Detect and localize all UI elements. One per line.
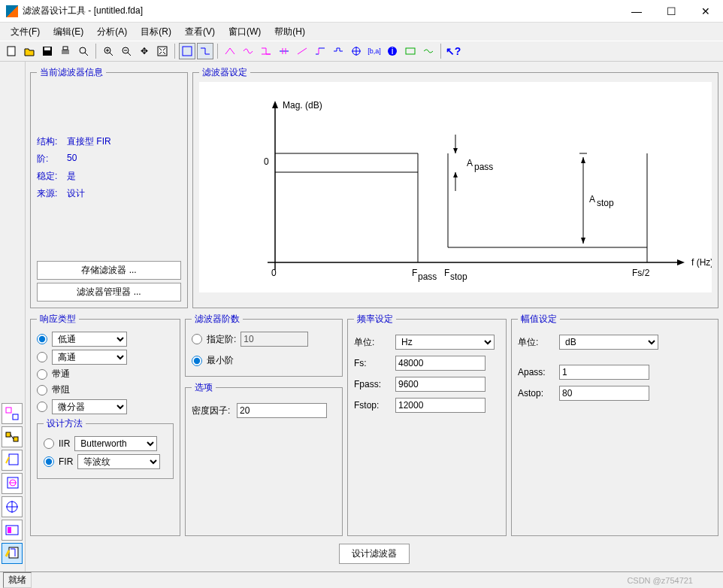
lt-btn5-icon[interactable] [2,496,23,517]
analysis6-icon[interactable] [312,43,328,59]
menu-file[interactable]: 文件(F) [5,24,46,40]
density-label: 密度因子: [192,405,237,417]
mag-unit-label: 单位: [518,336,559,349]
mag-unit-select[interactable]: dB [559,335,658,350]
struct-value: 直接型 FIR [67,135,111,148]
menu-analyze[interactable]: 分析(A) [91,24,133,40]
open-icon[interactable] [21,43,38,59]
astop-input[interactable] [559,386,649,401]
window-title: 滤波器设计工具 - [untitled.fda] [23,5,619,17]
diff-select[interactable]: 微分器 [52,399,127,414]
mag-panel: 幅值设定 单位:dB Apass: Astop: [511,313,718,536]
astop-label: Astop: [518,388,559,399]
radio-fir[interactable] [44,456,54,467]
design-filter-button[interactable]: 设计滤波器 [339,544,410,564]
lt-btn6-icon[interactable] [2,520,23,541]
lt-btn4-icon[interactable] [2,473,23,494]
analysis4-icon[interactable] [276,43,292,59]
lt-btn2-icon[interactable] [2,426,23,447]
radio-highpass[interactable] [37,352,47,362]
filter-manager-button[interactable]: 滤波器管理器 ... [37,283,181,302]
polezero-icon[interactable] [348,43,365,59]
lt-btn7-icon[interactable] [2,543,23,564]
density-input[interactable] [237,403,327,418]
zoomout-icon[interactable] [118,43,135,59]
radio-bandpass[interactable] [37,369,47,380]
analysis9-icon[interactable] [420,43,437,59]
analysis1-icon[interactable] [222,43,238,59]
fit-icon[interactable] [154,43,171,59]
save-icon[interactable] [39,43,56,59]
options-panel: 选项 密度因子: [185,381,343,536]
filter-info-panel: 当前滤波器信息 结构:直接型 FIR 阶:50 稳定:是 来源:设计 存储滤波器… [30,66,188,308]
maximize-button[interactable]: ☐ [654,0,688,23]
svg-rect-29 [13,414,18,420]
analysis8-icon[interactable] [402,43,419,59]
bandpass-label: 带通 [52,368,70,380]
specify-order-label: 指定阶: [207,333,236,346]
new-icon[interactable] [3,43,20,59]
lowpass-select[interactable]: 低通 [52,332,127,347]
filter-order-panel: 滤波器阶数 指定阶: 最小阶 [185,313,343,377]
analysis3-icon[interactable] [258,43,274,59]
radio-min-order[interactable] [192,356,202,366]
spec-title: 滤波器设定 [199,66,250,79]
radio-diff[interactable] [37,402,47,412]
analysis5-icon[interactable] [294,43,310,59]
radio-iir[interactable] [44,438,54,449]
svg-text:A: A [467,158,473,168]
spec-icon[interactable] [179,43,195,59]
menu-view[interactable]: 查看(V) [179,24,221,40]
preview-icon[interactable] [75,43,92,59]
menu-target[interactable]: 目标(R) [135,24,177,40]
minimize-button[interactable]: — [619,0,654,23]
svg-rect-15 [183,47,192,56]
print-icon[interactable] [57,43,74,59]
iir-select[interactable]: Butterworth [74,436,157,451]
fstop-input[interactable] [395,398,486,413]
source-label: 来源: [37,187,67,200]
svg-rect-14 [158,47,167,56]
radio-bandstop[interactable] [37,385,47,396]
svg-rect-41 [8,527,11,533]
menubar: 文件(F) 编辑(E) 分析(A) 目标(R) 查看(V) 窗口(W) 帮助(H… [0,23,723,41]
menu-edit[interactable]: 编辑(E) [47,24,89,40]
analysis2-icon[interactable] [240,43,256,59]
app-icon [6,5,18,17]
lt-btn3-icon[interactable] [2,450,23,471]
menu-help[interactable]: 帮助(H) [268,24,311,40]
radio-lowpass[interactable] [37,334,47,344]
help-icon[interactable]: ↖? [445,43,461,59]
radio-specify-order[interactable] [192,334,202,344]
spec-panel: 滤波器设定 Mag. (dB) f (Hz) 0 0 [192,66,718,308]
fs-input[interactable] [395,356,486,371]
svg-marker-47 [677,259,685,265]
fir-label: FIR [59,456,73,467]
fpass-input[interactable] [395,377,486,392]
zoomin-icon[interactable] [100,43,116,59]
store-filter-button[interactable]: 存储滤波器 ... [37,261,181,280]
analysis7-icon[interactable] [330,43,346,59]
highpass-select[interactable]: 高通 [52,350,127,365]
fir-select[interactable]: 等波纹 [77,454,160,469]
response-type-panel: 响应类型 低通 高通 带通 带阻 微分器 设计方法 IIRButterworth… [30,313,180,536]
options-title: 选项 [192,381,216,394]
pan-icon[interactable]: ✥ [136,43,153,59]
info-icon[interactable]: i [384,43,401,59]
mag-icon[interactable] [197,43,213,59]
svg-text:stop: stop [450,271,467,282]
fpass-label: Fpass: [354,379,395,389]
design-method-title: 设计方法 [44,417,86,430]
svg-rect-28 [6,408,11,413]
lt-btn1-icon[interactable] [2,403,23,424]
spec-diagram: Mag. (dB) f (Hz) 0 0 [199,82,712,292]
coef-icon[interactable]: [b,a] [366,43,383,59]
svg-rect-30 [6,432,11,437]
freq-unit-select[interactable]: Hz [395,335,495,350]
menu-window[interactable]: 窗口(W) [222,24,267,40]
iir-label: IIR [59,438,70,449]
close-button[interactable]: ✕ [688,0,723,23]
svg-text:A: A [589,194,595,205]
filter-order-title: 滤波器阶数 [192,313,243,326]
apass-input[interactable] [559,365,649,380]
